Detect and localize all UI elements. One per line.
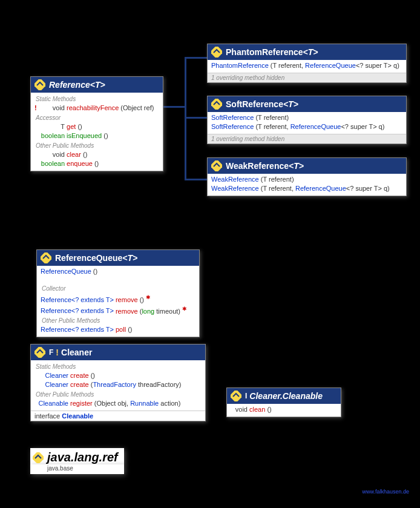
phantom-hidden: 1 overriding method hidden bbox=[208, 73, 406, 82]
soft-title: SoftReference bbox=[226, 99, 283, 109]
queue-remove2: Reference<? extends T> remove (long time… bbox=[39, 305, 197, 316]
conn-h0 bbox=[163, 106, 186, 108]
weak-ctor2: WeakReference (T referent, ReferenceQueu… bbox=[210, 184, 404, 193]
class-cleanable: I Cleaner.Cleanable void clean () bbox=[226, 388, 341, 417]
class-icon bbox=[41, 252, 51, 263]
reference-title: Reference bbox=[49, 80, 90, 90]
soft-header[interactable]: SoftReference<T> bbox=[208, 96, 406, 112]
queue-generic: <T> bbox=[122, 253, 137, 263]
class-reference: Reference<T> Static Methods !void reacha… bbox=[30, 76, 163, 171]
class-icon bbox=[231, 391, 241, 401]
cleanable-header[interactable]: I Cleaner.Cleanable bbox=[227, 388, 341, 404]
queue-sec-other: Other Public Methods bbox=[39, 315, 197, 325]
queue-poll: Reference<? extends T> poll () bbox=[39, 325, 197, 334]
cleaner-title: Cleaner bbox=[61, 348, 92, 357]
weak-generic: <T> bbox=[289, 161, 304, 171]
queue-ctor: ReferenceQueue () bbox=[39, 267, 197, 276]
class-weakreference: WeakReference<T> WeakReference (T refere… bbox=[207, 157, 407, 196]
member-isenqueued: boolean isEnqueued () bbox=[33, 131, 160, 140]
cleaner-final-marker: ! bbox=[56, 348, 59, 357]
soft-generic: <T> bbox=[283, 99, 298, 109]
reference-generic: <T> bbox=[90, 80, 105, 90]
phantom-title: PhantomReference bbox=[226, 47, 303, 57]
footer-link[interactable]: www.falkhausen.de bbox=[362, 489, 409, 495]
sec-other: Other Public Methods bbox=[33, 140, 160, 150]
class-phantomreference: PhantomReference<T> PhantomReference (T … bbox=[207, 44, 407, 83]
cleaner-header[interactable]: F ! Cleaner bbox=[31, 345, 205, 360]
queue-remove1: Reference<? extends T> remove () ✱ bbox=[39, 293, 197, 305]
reference-header[interactable]: Reference<T> bbox=[31, 77, 163, 93]
conn-h3 bbox=[185, 179, 209, 180]
conn-h2 bbox=[185, 117, 209, 119]
queue-sec-collector: Collector bbox=[39, 283, 197, 293]
phantom-header[interactable]: PhantomReference<T> bbox=[208, 44, 406, 60]
class-icon bbox=[211, 160, 222, 171]
class-icon bbox=[211, 47, 222, 58]
class-softreference: SoftReference<T> SoftReference (T refere… bbox=[207, 96, 407, 144]
member-enqueue: boolean enqueue () bbox=[33, 159, 160, 168]
cleaner-create2: Cleaner create (ThreadFactory threadFact… bbox=[33, 380, 203, 389]
class-icon bbox=[34, 347, 45, 358]
cleaner-sec-other: Other Public Methods bbox=[33, 389, 203, 399]
svg-rect-6 bbox=[231, 391, 241, 401]
cleanable-iface-marker: I bbox=[245, 392, 247, 400]
cleaner-register: Cleanable register (Object obj, Runnable… bbox=[33, 399, 203, 408]
cleaner-sec-static: Static Methods bbox=[33, 361, 203, 371]
package-name: java.lang.ref bbox=[47, 450, 118, 464]
soft-ctor1: SoftReference (T referent) bbox=[210, 113, 404, 122]
conn-h1 bbox=[185, 57, 209, 59]
weak-header[interactable]: WeakReference<T> bbox=[208, 158, 406, 174]
svg-rect-0 bbox=[34, 79, 45, 90]
weak-title: WeakReference bbox=[226, 161, 289, 171]
soft-hidden: 1 overriding method hidden bbox=[208, 134, 406, 143]
cleaner-iface-marker: F bbox=[49, 348, 53, 357]
svg-rect-1 bbox=[211, 47, 222, 58]
svg-rect-4 bbox=[41, 252, 51, 263]
cleanable-clean: void clean () bbox=[229, 405, 338, 414]
cleaner-iface-line: interface Cleanable bbox=[31, 411, 205, 421]
cleaner-create1: Cleaner create () bbox=[33, 371, 203, 380]
svg-rect-7 bbox=[33, 452, 44, 463]
soft-ctor2: SoftReference (T referent, ReferenceQueu… bbox=[210, 122, 404, 131]
package-icon bbox=[33, 452, 44, 463]
svg-rect-2 bbox=[211, 99, 222, 110]
package-module: java.base bbox=[30, 464, 124, 474]
weak-ctor1: WeakReference (T referent) bbox=[210, 175, 404, 184]
member-reachabilityfence: !void reachabilityFence (Object ref) bbox=[33, 104, 160, 113]
cleanable-title: Cleaner.Cleanable bbox=[249, 391, 323, 401]
queue-title: ReferenceQueue bbox=[55, 253, 122, 263]
queue-header[interactable]: ReferenceQueue<T> bbox=[37, 250, 199, 266]
sec-accessor: Accessor bbox=[33, 113, 160, 122]
class-cleaner: F ! Cleaner Static Methods Cleaner creat… bbox=[30, 344, 206, 421]
member-clear: void clear () bbox=[33, 150, 160, 159]
class-icon bbox=[34, 79, 45, 90]
sec-static: Static Methods bbox=[33, 94, 160, 104]
svg-rect-5 bbox=[34, 347, 45, 358]
class-referencequeue: ReferenceQueue<T> ReferenceQueue () Coll… bbox=[36, 249, 200, 337]
package-label: java.lang.ref java.base bbox=[30, 448, 124, 474]
class-icon bbox=[211, 99, 222, 110]
svg-rect-3 bbox=[211, 160, 222, 171]
phantom-generic: <T> bbox=[303, 47, 318, 57]
member-get: T get () bbox=[33, 122, 160, 131]
phantom-ctor: PhantomReference (T referent, ReferenceQ… bbox=[210, 61, 404, 70]
